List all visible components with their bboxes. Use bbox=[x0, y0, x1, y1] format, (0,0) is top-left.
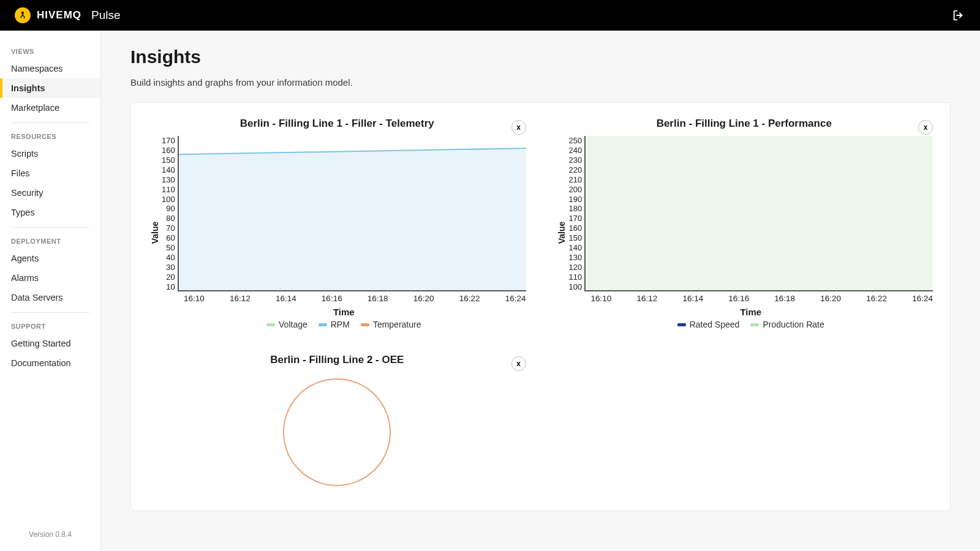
y-ticks: 2502402302202102001901801701601501401301… bbox=[569, 136, 585, 291]
svg-point-0 bbox=[22, 12, 24, 14]
sidebar: VIEWS Namespaces Insights Marketplace RE… bbox=[0, 31, 101, 551]
topbar: HIVEMQ Pulse bbox=[0, 0, 980, 31]
sidebar-item-getting-started[interactable]: Getting Started bbox=[0, 334, 100, 353]
sidebar-item-alarms[interactable]: Alarms bbox=[0, 268, 100, 288]
chart-legend: Rated Speed Production Rate bbox=[569, 320, 933, 329]
sidebar-item-types[interactable]: Types bbox=[0, 203, 100, 222]
brand-name: HIVEMQ bbox=[37, 9, 81, 21]
plot-area bbox=[584, 136, 933, 291]
charts-panel: Berlin - Filling Line 1 - Filler - Telem… bbox=[130, 102, 951, 511]
y-ticks: 170160150140130110100908070605040302010 bbox=[162, 136, 178, 291]
brand-badge-icon bbox=[15, 7, 31, 23]
logout-icon bbox=[952, 9, 965, 22]
chart-performance: Berlin - Filling Line 1 - Performance x … bbox=[556, 118, 933, 329]
sidebar-section-support: SUPPORT bbox=[0, 318, 100, 334]
sidebar-divider bbox=[11, 122, 89, 123]
logout-button[interactable] bbox=[952, 9, 965, 22]
chart-oee: Berlin - Filling Line 2 - OEE x bbox=[148, 354, 526, 486]
chart-title: Berlin - Filling Line 1 - Performance bbox=[556, 118, 933, 130]
brand-logo: HIVEMQ Pulse bbox=[15, 7, 121, 23]
chart-title: Berlin - Filling Line 1 - Filler - Telem… bbox=[148, 118, 526, 130]
sidebar-item-data-servers[interactable]: Data Servers bbox=[0, 288, 100, 307]
chart-close-button[interactable]: x bbox=[511, 356, 526, 371]
sidebar-item-scripts[interactable]: Scripts bbox=[0, 144, 100, 163]
sidebar-divider bbox=[11, 312, 89, 313]
chart-title: Berlin - Filling Line 2 - OEE bbox=[148, 354, 526, 366]
brand-product: Pulse bbox=[91, 9, 121, 22]
y-axis-label: Value bbox=[557, 222, 567, 244]
svg-marker-2 bbox=[586, 136, 933, 290]
pie-circle-icon bbox=[283, 378, 391, 486]
plot-area bbox=[178, 136, 526, 291]
chart-close-button[interactable]: x bbox=[918, 120, 933, 135]
sidebar-item-security[interactable]: Security bbox=[0, 183, 100, 203]
chart-telemetry: Berlin - Filling Line 1 - Filler - Telem… bbox=[148, 118, 526, 329]
chart-close-button[interactable]: x bbox=[511, 120, 526, 135]
sidebar-item-documentation[interactable]: Documentation bbox=[0, 353, 100, 373]
sidebar-section-deployment: DEPLOYMENT bbox=[0, 233, 100, 249]
main-content: Insights Build insights and graphs from … bbox=[101, 31, 980, 551]
page-title: Insights bbox=[130, 47, 951, 67]
sidebar-item-marketplace[interactable]: Marketplace bbox=[0, 98, 100, 118]
sidebar-item-files[interactable]: Files bbox=[0, 163, 100, 183]
version-label: Version 0.8.4 bbox=[0, 523, 100, 551]
pie-plot bbox=[148, 372, 526, 486]
page-subtitle: Build insights and graphs from your info… bbox=[130, 77, 951, 88]
svg-marker-1 bbox=[179, 148, 526, 290]
sidebar-section-views: VIEWS bbox=[0, 43, 100, 59]
sidebar-item-namespaces[interactable]: Namespaces bbox=[0, 59, 100, 78]
chart-legend: Voltage RPM Temperature bbox=[162, 320, 526, 329]
sidebar-item-agents[interactable]: Agents bbox=[0, 249, 100, 268]
y-axis-label: Value bbox=[150, 222, 160, 244]
x-axis-label: Time bbox=[162, 307, 526, 317]
sidebar-divider bbox=[11, 227, 89, 228]
x-ticks: 16:1016:1216:1416:1616:1816:2016:2216:24 bbox=[184, 294, 526, 303]
sidebar-section-resources: RESOURCES bbox=[0, 128, 100, 144]
x-axis-label: Time bbox=[569, 307, 933, 317]
x-ticks: 16:1016:1216:1416:1616:1816:2016:2216:24 bbox=[591, 294, 933, 303]
sidebar-item-insights[interactable]: Insights bbox=[0, 78, 100, 98]
